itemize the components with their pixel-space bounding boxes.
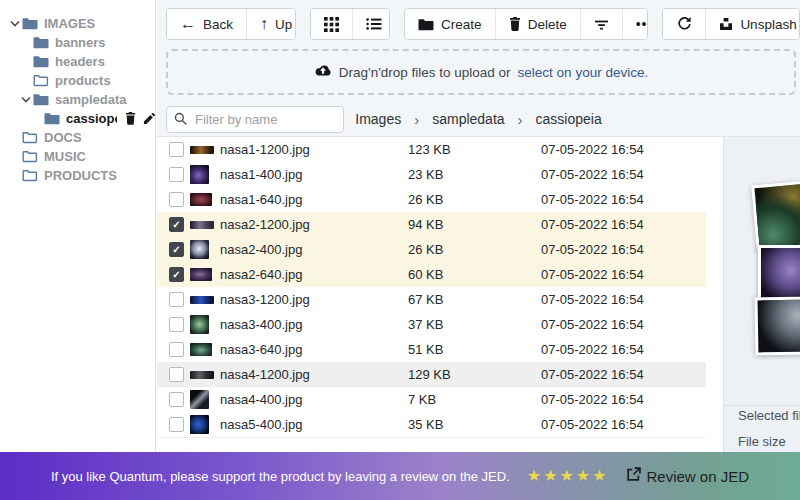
row-checkbox[interactable] <box>169 192 184 207</box>
dropzone-text: Drag'n'drop files to upload or <box>339 65 511 80</box>
file-thumbnail <box>190 415 209 434</box>
file-size: 51 KB <box>408 342 541 357</box>
file-name: nasa3-640.jpg <box>220 342 408 357</box>
file-name: nasa3-1200.jpg <box>220 292 408 307</box>
unsplash-button[interactable]: Unsplash <box>705 9 800 39</box>
folder-icon <box>33 74 49 87</box>
table-row[interactable]: nasa1-400.jpg23 KB07-05-2022 16:54 <box>157 162 706 187</box>
file-date: 07-05-2022 16:54 <box>541 242 706 257</box>
file-size: 26 KB <box>408 192 541 207</box>
folder-icon <box>33 36 49 49</box>
cloud-upload-icon <box>314 64 332 80</box>
sidebar-item-images[interactable]: IMAGES <box>0 14 155 33</box>
create-button[interactable]: Create <box>405 9 495 39</box>
file-size: 7 KB <box>408 392 541 407</box>
thumbnail-cell <box>184 268 220 281</box>
unsplash-icon <box>719 17 733 31</box>
row-checkbox[interactable] <box>169 367 184 382</box>
file-name: nasa2-640.jpg <box>220 267 408 282</box>
table-row[interactable]: nasa3-1200.jpg67 KB07-05-2022 16:54 <box>157 287 706 312</box>
sidebar-item-products[interactable]: products <box>0 71 155 90</box>
folder-actions <box>125 112 155 125</box>
breadcrumb-item-sampledata[interactable]: sampledata <box>432 111 504 127</box>
breadcrumb-item-images[interactable]: Images <box>355 111 401 127</box>
row-checkbox[interactable] <box>169 392 184 407</box>
file-name: nasa1-1200.jpg <box>220 142 408 157</box>
filter-input[interactable] <box>166 106 344 133</box>
table-row[interactable]: ✓nasa2-640.jpg60 KB07-05-2022 16:54 <box>157 262 706 287</box>
sidebar-item-cassiopeia[interactable]: cassiopeia <box>0 109 155 128</box>
row-checkbox[interactable] <box>169 292 184 307</box>
row-checkbox[interactable] <box>169 342 184 357</box>
breadcrumb-separator: › <box>414 111 419 128</box>
thumbnail-cell <box>184 240 220 259</box>
file-name: nasa1-400.jpg <box>220 167 408 182</box>
sidebar-item-banners[interactable]: banners <box>0 33 155 52</box>
table-row[interactable]: ✓nasa2-400.jpg26 KB07-05-2022 16:54 <box>157 237 706 262</box>
preview-card <box>751 181 800 252</box>
sidebar-item-headers[interactable]: headers <box>0 52 155 71</box>
table-row[interactable]: nasa3-400.jpg37 KB07-05-2022 16:54 <box>157 312 706 337</box>
sidebar-item-music[interactable]: MUSIC <box>0 147 155 166</box>
sidebar-item-label: sampledata <box>55 92 127 107</box>
breadcrumb-item-cassiopeia[interactable]: cassiopeia <box>536 111 602 127</box>
table-row[interactable]: nasa1-640.jpg26 KB07-05-2022 16:54 <box>157 187 706 212</box>
refresh-button[interactable] <box>663 9 705 39</box>
grid-view-button[interactable] <box>311 9 352 39</box>
table-row[interactable]: nasa4-1200.jpg129 KB07-05-2022 16:54 <box>157 362 706 387</box>
up-button[interactable]: ↑ Up <box>246 9 296 39</box>
file-list: nasa1-1200.jpg123 KB07-05-2022 16:54nasa… <box>157 137 723 452</box>
sidebar-item-products[interactable]: PRODUCTS <box>0 166 155 185</box>
table-row[interactable]: nasa4-400.jpg7 KB07-05-2022 16:54 <box>157 387 706 412</box>
file-date: 07-05-2022 16:54 <box>541 192 706 207</box>
select-device-link[interactable]: select on your device. <box>518 65 649 80</box>
row-checkbox[interactable] <box>169 142 184 157</box>
table-row[interactable]: nasa5-400.jpg35 KB07-05-2022 16:54 <box>157 412 706 437</box>
content-row: nasa1-1200.jpg123 KB07-05-2022 16:54nasa… <box>157 137 800 452</box>
file-thumbnail <box>190 146 214 154</box>
trash-icon[interactable] <box>125 112 136 125</box>
sort-filter-button[interactable] <box>580 9 622 39</box>
sidebar-item-label: IMAGES <box>44 16 95 31</box>
sidebar-item-label: headers <box>55 54 105 69</box>
file-size-label: File size <box>738 434 786 449</box>
sidebar-item-sampledata[interactable]: sampledata <box>0 90 155 109</box>
folder-icon <box>22 131 38 144</box>
list-view-button[interactable] <box>352 9 390 39</box>
delete-button[interactable]: Delete <box>495 9 580 39</box>
file-name: nasa2-1200.jpg <box>220 217 408 232</box>
breadcrumb-separator: › <box>518 111 523 128</box>
more-options-button[interactable]: ••• <box>622 9 649 39</box>
table-row[interactable]: nasa3-640.jpg51 KB07-05-2022 16:54 <box>157 337 706 362</box>
panel-divider <box>724 405 800 406</box>
pencil-icon[interactable] <box>143 112 155 125</box>
row-checkbox[interactable] <box>169 417 184 432</box>
arrow-left-icon: ← <box>180 16 196 32</box>
toolbar: ← Back ↑ Up <box>157 0 800 47</box>
row-checkbox[interactable] <box>169 167 184 182</box>
row-checkbox[interactable]: ✓ <box>169 217 184 232</box>
file-name: nasa1-640.jpg <box>220 192 408 207</box>
chevron-down-icon[interactable] <box>19 96 33 104</box>
file-date: 07-05-2022 16:54 <box>541 392 706 407</box>
thumbnail-cell <box>184 146 220 154</box>
table-row[interactable]: nasa1-1200.jpg123 KB07-05-2022 16:54 <box>157 137 706 162</box>
grid-view-icon <box>324 17 339 32</box>
file-date: 07-05-2022 16:54 <box>541 167 706 182</box>
row-checkbox[interactable]: ✓ <box>169 267 184 282</box>
refresh-icon <box>676 16 692 32</box>
star-rating: ★★★★★ <box>527 468 609 484</box>
row-checkbox[interactable]: ✓ <box>169 242 184 257</box>
delete-label: Delete <box>528 17 567 32</box>
table-row[interactable]: ✓nasa2-1200.jpg94 KB07-05-2022 16:54 <box>157 212 706 237</box>
row-checkbox[interactable] <box>169 317 184 332</box>
chevron-down-icon[interactable] <box>8 20 22 28</box>
sidebar-item-docs[interactable]: DOCS <box>0 128 155 147</box>
back-button[interactable]: ← Back <box>167 9 246 39</box>
unsplash-label: Unsplash <box>740 17 796 32</box>
review-on-jed-link[interactable]: Review on JED <box>626 467 750 485</box>
dropzone[interactable]: Drag'n'drop files to upload or select on… <box>166 49 796 95</box>
main-area: ← Back ↑ Up <box>157 0 800 452</box>
external-link-icon <box>626 467 641 485</box>
search-icon <box>174 112 188 130</box>
